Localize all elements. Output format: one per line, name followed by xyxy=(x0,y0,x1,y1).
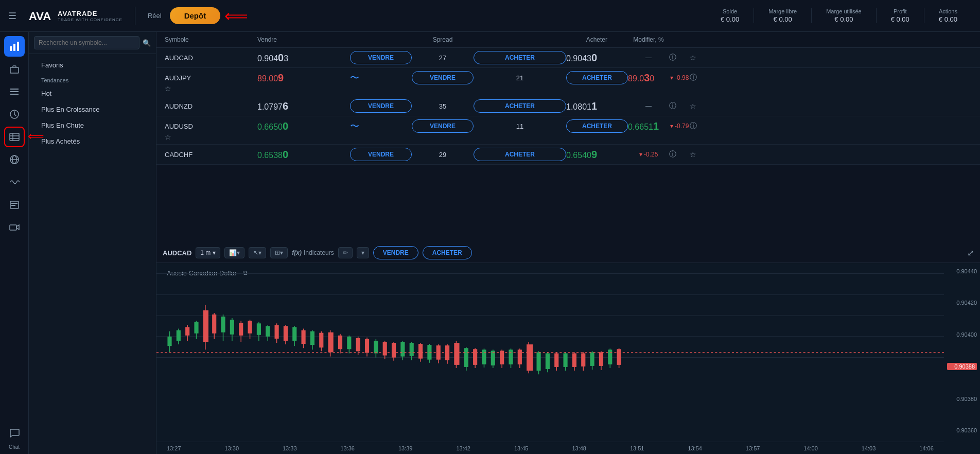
sidebar-icon-globe[interactable] xyxy=(4,149,25,170)
depot-button[interactable]: Depôt xyxy=(170,7,221,24)
table-icon xyxy=(9,132,20,142)
svg-rect-50 xyxy=(275,325,279,339)
svg-rect-78 xyxy=(400,342,405,357)
chart-type-button[interactable]: 📊▾ xyxy=(224,247,244,258)
acheter-button-audjpy[interactable]: ACHETER xyxy=(566,71,628,84)
info-icon-audnzd[interactable]: ⓘ xyxy=(669,101,690,111)
info-icon-audjpy[interactable]: ⓘ xyxy=(690,73,710,82)
symbol-audcad: AUDCAD xyxy=(165,54,257,62)
search-bar: 🔍 xyxy=(29,32,156,54)
ava-logo-icon: AVA xyxy=(29,8,54,24)
chart-tf-value: 1 m xyxy=(200,249,211,256)
info-icon-audusd[interactable]: ⓘ xyxy=(690,121,710,131)
time-1400: 14:00 xyxy=(803,445,818,451)
vendre-button-cadchf[interactable]: VENDRE xyxy=(350,148,412,161)
time-1403: 14:03 xyxy=(862,445,876,451)
wave-icon-audjpy: 〜 xyxy=(350,72,412,84)
stat-actions: Actions € 0.00 xyxy=(924,8,972,23)
chart-layout-button[interactable]: ⊞▾ xyxy=(270,247,288,258)
vendre-button-audusd[interactable]: VENDRE xyxy=(412,119,474,133)
sidebar-icon-wave[interactable] xyxy=(4,172,25,193)
chart-expand-button[interactable]: ⤢ xyxy=(967,248,974,258)
chart-more-button[interactable]: ▾ xyxy=(357,247,369,258)
header-divider xyxy=(135,7,135,25)
buy-price-cadchf: 0.65409 xyxy=(566,149,628,161)
sidebar-icon-news[interactable] xyxy=(4,195,25,215)
acheter-button-audusd[interactable]: ACHETER xyxy=(566,119,628,133)
time-1339: 13:39 xyxy=(398,445,413,451)
sidebar-icon-chart[interactable] xyxy=(4,36,25,57)
plus-en-chute-item[interactable]: Plus En Chute xyxy=(35,117,150,133)
hot-item[interactable]: Hot xyxy=(35,85,150,101)
chart-cursor-button[interactable]: ↖▾ xyxy=(249,247,266,258)
acheter-button-audnzd[interactable]: ACHETER xyxy=(474,99,566,113)
stat-marge-utilisee-label: Marge utilisée xyxy=(826,8,861,14)
sidebar-icon-portfolio[interactable] xyxy=(4,59,25,79)
svg-rect-114 xyxy=(564,353,568,367)
svg-rect-9 xyxy=(10,133,19,141)
indicators-label: Indicateurs xyxy=(304,249,334,256)
vendre-button-audjpy[interactable]: VENDRE xyxy=(412,71,474,84)
search-icon[interactable]: 🔍 xyxy=(143,39,151,47)
brand-tagline: TRADE WITH CONFIDENCE xyxy=(58,18,122,22)
main-layout: ⟸ Chat 🔍 Favoris Tendances Hot xyxy=(0,32,980,454)
price-level-3: 0.90400 xyxy=(947,331,977,338)
svg-rect-108 xyxy=(536,352,540,371)
svg-rect-82 xyxy=(418,344,423,359)
stat-marge-libre: Marge libre € 0.00 xyxy=(754,8,812,23)
sell-price-audnzd: 1.07976 xyxy=(257,100,350,112)
buy-price-audjpy: 89.030 xyxy=(628,72,669,84)
info-icon-audcad[interactable]: ⓘ xyxy=(669,53,690,62)
sidebar-icons: ⟸ Chat xyxy=(0,32,29,454)
info-icon-cadchf[interactable]: ⓘ xyxy=(669,150,690,159)
modifier-cadchf: ▾ -0.25 xyxy=(628,151,669,158)
stat-marge-utilisee-value: € 0.00 xyxy=(834,15,853,23)
table-header: Symbole Vendre Spread Acheter Modifier, … xyxy=(156,32,980,48)
symbol-menu: Favoris Tendances Hot Plus En Croissance… xyxy=(29,54,156,152)
star-icon-audnzd[interactable]: ☆ xyxy=(690,102,710,110)
modifier-audcad: — xyxy=(628,54,669,61)
vendre-button-audcad[interactable]: VENDRE xyxy=(350,51,412,64)
hamburger-menu[interactable]: ☰ xyxy=(8,10,16,22)
search-input[interactable] xyxy=(34,36,139,49)
star-icon-audjpy[interactable]: ☆ xyxy=(165,84,257,93)
chart-vendre-button[interactable]: VENDRE xyxy=(373,246,418,259)
sidebar-icon-video[interactable] xyxy=(4,217,25,238)
favoris-item[interactable]: Favoris xyxy=(35,57,150,73)
star-icon-audcad[interactable]: ☆ xyxy=(690,54,710,62)
chart-draw-button[interactable]: ✏ xyxy=(338,247,353,258)
chart-acheter-button[interactable]: ACHETER xyxy=(423,246,472,259)
sell-price-audusd: 0.66500 xyxy=(257,120,350,132)
star-icon-cadchf[interactable]: ☆ xyxy=(690,150,710,159)
symbol-panel: 🔍 Favoris Tendances Hot Plus En Croissan… xyxy=(29,32,156,454)
trading-table: Symbole Vendre Spread Acheter Modifier, … xyxy=(156,32,980,243)
sidebar-icon-table[interactable] xyxy=(4,127,25,147)
plus-en-croissance-item[interactable]: Plus En Croissance xyxy=(35,101,150,117)
wave-icon-audusd: 〜 xyxy=(350,120,412,132)
time-1351: 13:51 xyxy=(630,445,644,451)
acheter-button-audcad[interactable]: ACHETER xyxy=(474,51,566,64)
star-icon-audusd[interactable]: ☆ xyxy=(165,133,257,141)
acheter-button-cadchf[interactable]: ACHETER xyxy=(474,148,566,161)
table-row: AUDUSD 0.66500 〜 VENDRE 11 ACHETER 0.665… xyxy=(156,116,980,145)
sidebar-icon-chat[interactable] xyxy=(4,423,25,443)
price-level-2: 0.90420 xyxy=(947,300,977,306)
time-1327: 13:27 xyxy=(167,445,181,451)
globe-icon xyxy=(9,154,20,165)
indicators-button[interactable]: f(x) Indicateurs xyxy=(292,249,334,256)
sidebar-icon-list[interactable] xyxy=(4,81,25,102)
svg-rect-124 xyxy=(608,350,612,364)
sidebar-icon-history[interactable] xyxy=(4,104,25,125)
account-stats: Solde € 0.00 Marge libre € 0.00 Marge ut… xyxy=(706,8,972,23)
plus-achetes-item[interactable]: Plus Achetés xyxy=(35,133,150,149)
time-1348: 13:48 xyxy=(572,445,586,451)
sell-price-audcad: 0.90403 xyxy=(257,52,350,64)
svg-rect-5 xyxy=(10,89,19,90)
svg-rect-6 xyxy=(10,91,19,92)
chart-timeframe-selector[interactable]: 1 m ▾ xyxy=(196,247,220,258)
vendre-button-audnzd[interactable]: VENDRE xyxy=(350,99,412,113)
svg-rect-112 xyxy=(554,353,558,367)
col-star xyxy=(690,36,710,43)
svg-rect-110 xyxy=(546,353,550,369)
account-type: Réel xyxy=(148,12,162,20)
